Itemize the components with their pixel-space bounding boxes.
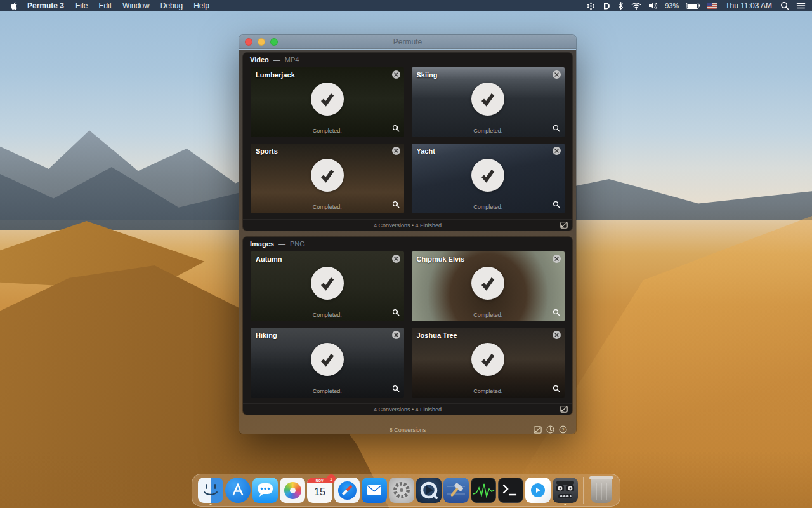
battery-icon[interactable] xyxy=(686,2,700,10)
card-status: Completed. xyxy=(251,312,404,318)
bluetooth-icon[interactable] xyxy=(617,1,624,10)
running-indicator xyxy=(210,504,212,505)
zoom-window-button[interactable] xyxy=(270,38,278,46)
conversion-card-lumberjack[interactable]: Lumberjack Completed. xyxy=(251,67,404,137)
preview-magnifier-icon[interactable] xyxy=(392,123,400,135)
snowflake-icon[interactable] xyxy=(587,2,595,10)
conversion-card-skiing[interactable]: Skiing Completed. xyxy=(412,67,565,137)
card-status: Completed. xyxy=(251,388,404,394)
spotlight-search-icon[interactable] xyxy=(780,1,789,10)
history-clock-icon[interactable] xyxy=(546,425,554,434)
dock-finder-icon[interactable] xyxy=(198,478,223,503)
conversion-card-sports[interactable]: Sports Completed. xyxy=(251,144,404,213)
battery-percent: 93% xyxy=(665,2,679,10)
us-flag-icon[interactable] xyxy=(707,3,717,9)
card-title: Joshua Tree xyxy=(417,331,457,339)
preset-icon[interactable] xyxy=(534,426,542,434)
menu-clock[interactable]: Thu 11:03 AM xyxy=(725,1,772,10)
volume-icon[interactable] xyxy=(648,2,658,10)
close-card-icon[interactable] xyxy=(392,147,400,155)
card-title: Sports xyxy=(256,147,278,155)
dock-terminal-icon[interactable] xyxy=(498,478,523,503)
menu-app-name[interactable]: Permute 3 xyxy=(27,1,64,10)
running-indicator xyxy=(565,504,566,505)
minimize-window-button[interactable] xyxy=(258,38,265,46)
dock-activity-monitor-icon[interactable] xyxy=(471,478,496,503)
dock-xcode-icon[interactable] xyxy=(443,478,469,503)
menu-bar: Permute 3 File Edit Window Debug Help 93… xyxy=(0,0,812,11)
preview-magnifier-icon[interactable] xyxy=(553,307,560,319)
dock-permute-icon[interactable] xyxy=(553,478,578,503)
conversion-card-autumn[interactable]: Autumn Completed. xyxy=(251,251,404,321)
dock-photos-icon[interactable] xyxy=(280,478,305,503)
conversion-group-video: Video — MP4 Lumberjack Completed. Skiing… xyxy=(243,53,572,231)
apple-menu-icon[interactable] xyxy=(10,2,18,10)
dock-trash-icon[interactable] xyxy=(591,478,612,503)
group-format[interactable]: PNG xyxy=(290,240,305,248)
close-card-icon[interactable] xyxy=(553,255,561,263)
conversion-card-chipmuk-elvis[interactable]: Chipmuk Elvis Completed. xyxy=(412,251,565,321)
notification-center-icon[interactable] xyxy=(796,2,806,10)
dock-quicktime-icon[interactable] xyxy=(416,478,442,503)
conversion-card-hiking[interactable]: Hiking Completed. xyxy=(251,328,404,398)
close-window-button[interactable] xyxy=(245,38,252,46)
svg-text:?: ? xyxy=(561,427,564,432)
dock-messages-icon[interactable] xyxy=(252,478,278,503)
d-app-icon[interactable] xyxy=(602,2,610,10)
card-title: Skiing xyxy=(417,71,438,79)
completed-check-icon xyxy=(311,267,344,300)
window-title: Permute xyxy=(393,37,422,46)
dock-system-preferences-icon[interactable] xyxy=(389,478,414,503)
group-format[interactable]: MP4 xyxy=(285,56,299,64)
close-card-icon[interactable] xyxy=(392,70,400,79)
dock-safari-icon[interactable] xyxy=(334,478,360,503)
close-card-icon[interactable] xyxy=(553,331,561,339)
calendar-day-label: 15 xyxy=(307,483,332,501)
menu-debug[interactable]: Debug xyxy=(160,1,183,10)
card-status: Completed. xyxy=(251,204,404,210)
card-status: Completed. xyxy=(412,388,565,394)
completed-check-icon xyxy=(471,267,504,300)
dock-calendar-icon[interactable]: NOV 15 1 xyxy=(307,478,332,503)
window-titlebar[interactable]: Permute xyxy=(239,35,576,49)
card-grid: Autumn Completed. Chipmuk Elvis Complete… xyxy=(243,250,572,403)
completed-check-icon xyxy=(311,83,344,116)
preview-magnifier-icon[interactable] xyxy=(392,307,400,319)
card-title: Hiking xyxy=(256,331,277,339)
total-conversions-label: 8 Conversions xyxy=(390,427,426,433)
dock-app-store-icon[interactable] xyxy=(225,478,251,503)
menu-file[interactable]: File xyxy=(75,1,88,10)
preview-magnifier-icon[interactable] xyxy=(553,123,560,135)
preset-icon[interactable] xyxy=(560,406,568,414)
group-footer-text: 4 Conversions • 4 Finished xyxy=(374,406,442,413)
conversion-card-yacht[interactable]: Yacht Completed. xyxy=(412,144,565,213)
preview-magnifier-icon[interactable] xyxy=(553,384,560,395)
conversion-card-joshua-tree[interactable]: Joshua Tree Completed. xyxy=(412,328,565,398)
wifi-icon[interactable] xyxy=(631,2,641,10)
card-title: Autumn xyxy=(256,255,282,263)
dock-downie-icon[interactable] xyxy=(525,478,551,503)
completed-check-icon xyxy=(471,159,504,192)
completed-check-icon xyxy=(471,343,504,376)
preview-magnifier-icon[interactable] xyxy=(392,384,400,395)
preview-magnifier-icon[interactable] xyxy=(392,199,400,211)
menu-edit[interactable]: Edit xyxy=(98,1,112,10)
close-card-icon[interactable] xyxy=(553,147,561,155)
conversion-group-images: Images — PNG Autumn Completed. Chipmuk E… xyxy=(243,237,572,415)
group-separator: — xyxy=(278,240,285,248)
help-icon[interactable]: ? xyxy=(559,425,567,434)
preset-icon[interactable] xyxy=(560,222,568,230)
preview-magnifier-icon[interactable] xyxy=(553,199,560,211)
menu-window[interactable]: Window xyxy=(122,1,150,10)
completed-check-icon xyxy=(311,343,344,376)
photos-flower-glyph xyxy=(284,482,301,499)
safari-compass-glyph xyxy=(338,481,357,500)
dock-mail-icon[interactable] xyxy=(362,478,387,503)
group-footer: 4 Conversions • 4 Finished xyxy=(243,403,572,415)
permute-window: Permute Video — MP4 Lumberjack Completed… xyxy=(239,35,576,434)
card-status: Completed. xyxy=(412,128,565,134)
menu-help[interactable]: Help xyxy=(193,1,209,10)
close-card-icon[interactable] xyxy=(392,331,400,339)
close-card-icon[interactable] xyxy=(392,255,400,263)
close-card-icon[interactable] xyxy=(553,70,561,79)
